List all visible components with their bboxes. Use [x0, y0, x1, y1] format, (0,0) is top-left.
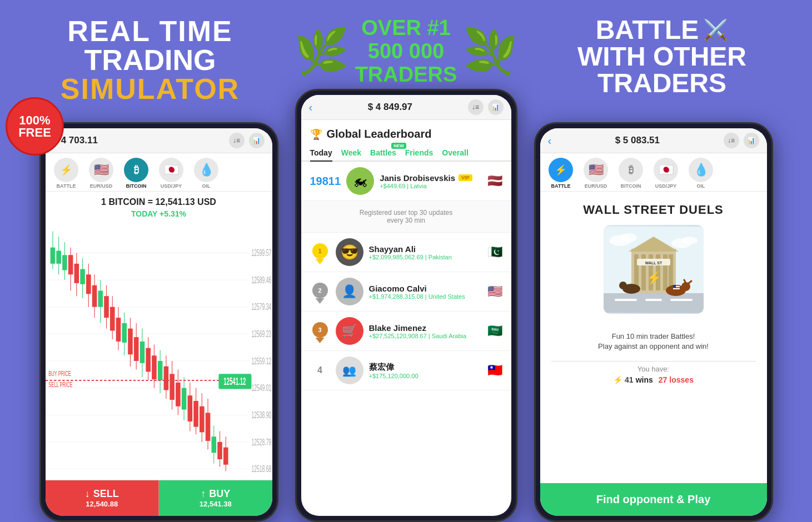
phone-left-screen: $ 4 703.11 ↓≡ 📊 ⚡ BATTLE 🇺🇸 EUR/USD ₿ — [46, 128, 272, 516]
svg-rect-68 — [223, 448, 228, 465]
trade-buttons: ↓ SELL 12,540.88 ↑ BUY 12,541.38 — [46, 480, 272, 516]
tab-today[interactable]: Today — [310, 145, 332, 162]
free-badge: 100% FREE — [6, 97, 64, 155]
user4-avatar: 👥 — [336, 357, 363, 384]
svg-rect-24 — [92, 285, 97, 307]
medal-silver: 2 — [310, 279, 330, 304]
user1-avatar: 😎 — [336, 238, 363, 266]
new-badge: NEW — [391, 143, 406, 149]
svg-rect-88 — [604, 293, 704, 313]
svg-rect-62 — [205, 413, 210, 441]
leaderboard-entry-3: 3 🛒 Blake Jimenez +$27,525,120,908.67 | … — [301, 312, 511, 351]
user2-flag: 🇺🇸 — [487, 284, 502, 299]
tab-battles[interactable]: Battles NEW — [370, 145, 396, 160]
buy-button[interactable]: ↑ BUY 12,541.38 — [159, 480, 272, 516]
user1-name: Shayyan Ali — [369, 244, 482, 254]
find-opponent-button[interactable]: Find opponent & Play — [540, 483, 767, 516]
svg-rect-111 — [673, 288, 680, 289]
top-user-rank: 19811 — [310, 175, 341, 188]
battle-title: WALL STREET DUELS — [583, 203, 724, 217]
candlestick-chart: 12541.12 12599.57 12589.46 12579.34 1256… — [46, 220, 272, 480]
user4-stats: +$175,120,000.00 — [369, 373, 482, 379]
phone-center-screen: ‹ $ 4 849.97 ↓≡ 📊 🏆 Global Leaderboard T… — [301, 95, 511, 516]
battle-image: WALL ST ⚡ — [604, 225, 704, 314]
nav-tab-oil[interactable]: 💧 OIL — [191, 158, 222, 189]
svg-rect-42 — [146, 348, 151, 372]
medal-ribbon-bronze — [316, 338, 325, 343]
header-right: BATTLE ⚔️ WITH OTHER TRADERS — [545, 17, 779, 97]
tab-overall[interactable]: Overall — [442, 145, 468, 160]
top-user-name: Janis Drobisevskis VIP — [380, 173, 481, 183]
right-sort-icon[interactable]: ↓≡ — [724, 133, 739, 148]
right-nav-tab-oil[interactable]: 💧 OIL — [686, 158, 716, 189]
right-stats-icon[interactable]: 📊 — [744, 133, 759, 148]
svg-text:BUY PRICE: BUY PRICE — [48, 369, 71, 378]
sell-price: 12,540.88 — [51, 500, 153, 508]
svg-rect-91 — [670, 299, 693, 301]
right-bitcoin-tab-label: BITCOIN — [621, 183, 641, 189]
laurel-left-icon: 🌿 — [294, 26, 350, 78]
right-nav-tab-battle[interactable]: ⚡ BATTLE — [546, 158, 576, 189]
top-user-info: Janis Drobisevskis VIP +$449.69 | Latvia — [380, 173, 481, 189]
medal-bronze: 3 — [310, 319, 330, 343]
tab-friends[interactable]: Friends — [405, 145, 434, 160]
phone-left: $ 4 703.11 ↓≡ 📊 ⚡ BATTLE 🇺🇸 EUR/USD ₿ — [39, 122, 278, 522]
header-center: 🌿 OVER #1 500 000 TRADERS 🌿 — [301, 17, 512, 86]
svg-text:SELL PRICE: SELL PRICE — [48, 380, 72, 388]
svg-rect-38 — [133, 337, 138, 361]
swords-icon: ⚔️ — [703, 20, 728, 40]
laurel-right-icon: 🌿 — [462, 26, 518, 78]
right-eurusd-tab-icon: 🇺🇸 — [584, 158, 608, 182]
phone-left-icons: ↓≡ 📊 — [229, 133, 265, 148]
free-badge-pct: 100% — [19, 114, 50, 127]
svg-rect-56 — [187, 395, 192, 421]
trading-text: TRADING — [33, 46, 267, 74]
medal-number-3: 3 — [312, 322, 328, 338]
nav-tab-battle[interactable]: ⚡ BATTLE — [51, 158, 82, 189]
lightning-icon: ⚡ — [613, 375, 622, 384]
medal-number-1: 1 — [312, 243, 328, 259]
medal-ribbon-gold — [316, 259, 325, 264]
right-oil-tab-icon: 💧 — [689, 158, 713, 182]
eurusd-tab-icon: 🇺🇸 — [89, 158, 113, 182]
sell-button[interactable]: ↓ SELL 12,540.88 — [46, 480, 160, 516]
medal-number-2: 2 — [312, 283, 328, 298]
top-user-avatar: 🏍 — [346, 167, 374, 195]
nav-tab-eurusd[interactable]: 🇺🇸 EUR/USD — [86, 158, 117, 189]
svg-text:WALL ST: WALL ST — [645, 261, 662, 265]
top-user-entry: 19811 🏍 Janis Drobisevskis VIP +$449.69 … — [301, 162, 511, 201]
svg-rect-89 — [615, 299, 637, 301]
sort-icon[interactable]: ↓≡ — [229, 133, 245, 148]
center-stats-icon[interactable]: 📊 — [488, 99, 504, 115]
right-nav-tab-eurusd[interactable]: 🇺🇸 EUR/USD — [581, 158, 611, 189]
center-sort-icon[interactable]: ↓≡ — [468, 99, 484, 115]
svg-rect-14 — [62, 255, 67, 270]
nav-tab-usdjpy[interactable]: 🇯🇵 USD/JPY — [156, 158, 187, 189]
nav-tab-bitcoin[interactable]: ₿ BITCOIN — [121, 158, 152, 189]
bitcoin-tab-label: BITCOIN — [126, 183, 147, 189]
svg-rect-10 — [50, 248, 55, 264]
vip-badge: VIP — [459, 174, 472, 181]
right-nav-tab-usdjpy[interactable]: 🇯🇵 USD/JPY — [651, 158, 681, 189]
bitcoin-change: TODAY +5.31% — [46, 209, 272, 218]
stats-icon[interactable]: 📊 — [249, 133, 265, 148]
back-button[interactable]: ‹ — [309, 101, 313, 114]
wins-losses: ⚡ 41 wins 27 losses — [613, 375, 694, 384]
right-back-button[interactable]: ‹ — [548, 134, 552, 147]
svg-rect-40 — [140, 342, 145, 363]
svg-rect-44 — [152, 355, 157, 379]
phones-container: $ 4 703.11 ↓≡ 📊 ⚡ BATTLE 🇺🇸 EUR/USD ₿ — [0, 89, 812, 522]
phone-right-screen: ‹ $ 5 083.51 ↓≡ 📊 ⚡ BATTLE 🇺🇸 EUR/USD — [540, 128, 767, 516]
tab-week[interactable]: Week — [341, 145, 361, 160]
rank-4: 4 — [310, 365, 330, 375]
user3-avatar: 🛒 — [336, 317, 363, 345]
svg-rect-50 — [170, 374, 175, 400]
medal-gold: 1 — [310, 240, 330, 264]
over-line2: TRADERS — [355, 63, 457, 87]
svg-rect-66 — [217, 442, 222, 459]
user3-name: Blake Jimenez — [369, 323, 482, 333]
svg-rect-112 — [673, 285, 676, 288]
right-nav-tab-bitcoin[interactable]: ₿ BITCOIN — [616, 158, 646, 189]
svg-rect-26 — [98, 290, 103, 307]
chart-area[interactable]: 12541.12 12599.57 12589.46 12579.34 1256… — [46, 220, 272, 480]
